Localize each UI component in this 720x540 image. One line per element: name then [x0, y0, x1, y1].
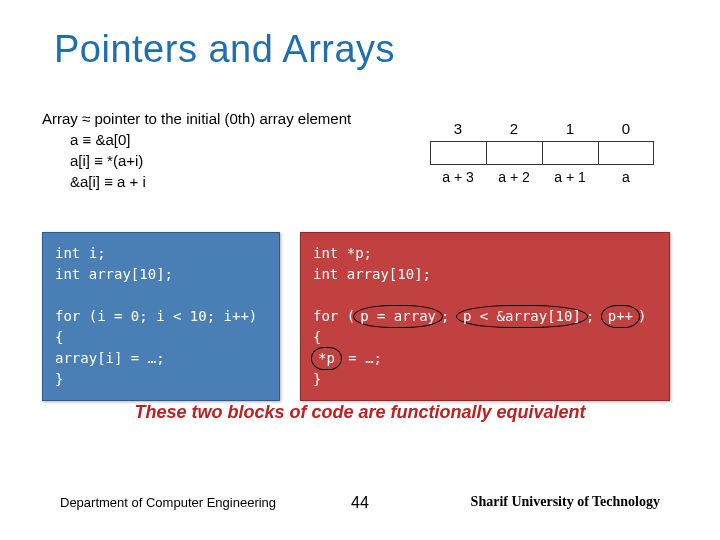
oval-annotation: p < &array[10]	[456, 305, 588, 328]
code-line: {	[313, 327, 657, 348]
footer-university: Sharif University of Technology	[471, 494, 660, 510]
diag-label-0: a	[598, 169, 654, 185]
diag-index-2: 2	[486, 120, 542, 137]
code-line: array[i] = …;	[55, 348, 267, 369]
diag-cell	[598, 141, 654, 165]
oval-annotation: p = array	[353, 305, 443, 328]
code-block-index: int i; int array[10]; for (i = 0; i < 10…	[42, 232, 280, 401]
code-line: {	[55, 327, 267, 348]
diag-label-2: a + 2	[486, 169, 542, 185]
equivalence-statement: These two blocks of code are functionall…	[0, 402, 720, 423]
code-line: *p = …;	[313, 348, 657, 369]
diag-cell	[430, 141, 486, 165]
page-number: 44	[351, 494, 369, 512]
slide-title: Pointers and Arrays	[0, 0, 720, 71]
code-block-pointer: int *p; int array[10]; for (p = array; p…	[300, 232, 670, 401]
diag-label-3: a + 3	[430, 169, 486, 185]
explain-line2: a ≡ &a[0]	[42, 129, 351, 150]
code-line: for (i = 0; i < 10; i++)	[55, 306, 267, 327]
diag-cell	[486, 141, 542, 165]
code-line: int array[10];	[55, 264, 267, 285]
explain-line3: a[i] ≡ *(a+i)	[42, 150, 351, 171]
code-line: int i;	[55, 243, 267, 264]
footer-department: Department of Computer Engineering	[60, 495, 276, 510]
explain-line1: Array ≈ pointer to the initial (0th) arr…	[42, 108, 351, 129]
diag-index-3: 3	[430, 120, 486, 137]
diag-index-0: 0	[598, 120, 654, 137]
code-line	[313, 285, 657, 306]
code-line: }	[55, 369, 267, 390]
oval-annotation: *p	[311, 347, 342, 370]
diag-label-1: a + 1	[542, 169, 598, 185]
array-diagram: 3 2 1 0 a + 3 a + 2 a + 1 a	[430, 120, 654, 185]
code-line: for (p = array; p < &array[10]; p++)	[313, 306, 657, 327]
code-line: int *p;	[313, 243, 657, 264]
explain-line4: &a[i] ≡ a + i	[42, 171, 351, 192]
explanation-text: Array ≈ pointer to the initial (0th) arr…	[42, 108, 351, 192]
oval-annotation: p++	[601, 305, 640, 328]
code-line: }	[313, 369, 657, 390]
diag-index-1: 1	[542, 120, 598, 137]
code-line	[55, 285, 267, 306]
diag-cell	[542, 141, 598, 165]
code-line: int array[10];	[313, 264, 657, 285]
